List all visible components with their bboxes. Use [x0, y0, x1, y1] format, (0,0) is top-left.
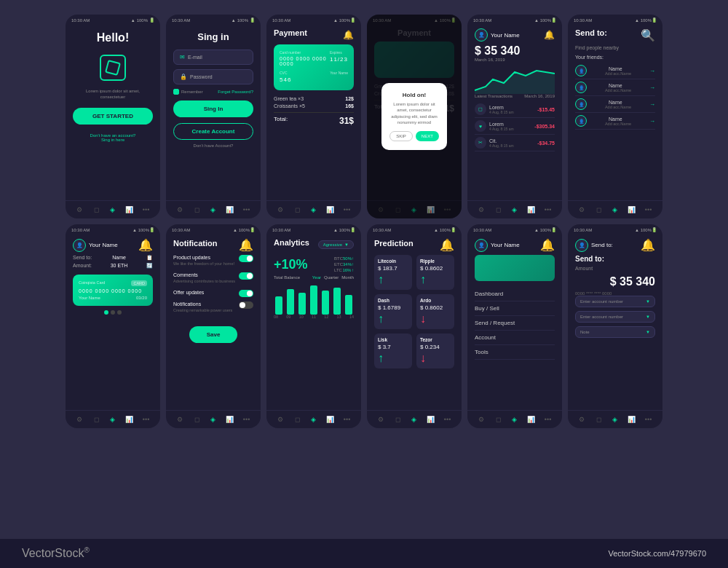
nav-gem-icon[interactable]: ◈ [108, 205, 118, 215]
nav-c10[interactable]: ◻ [392, 414, 403, 425]
nav-more-icon-2[interactable]: ••• [242, 205, 252, 215]
nav-s9[interactable]: ⚙ [275, 414, 285, 425]
nav-c5[interactable]: ◻ [493, 205, 503, 215]
create-account-button[interactable]: Create Account [173, 123, 253, 140]
nav-g8[interactable]: ◈ [208, 414, 218, 425]
tab-year[interactable]: Year [312, 275, 321, 280]
nav-s5[interactable]: ⚙ [476, 205, 486, 215]
nav-s8[interactable]: ⚙ [175, 414, 185, 425]
nav-ch7[interactable]: 📊 [124, 414, 135, 425]
signin-button[interactable]: Sing In [173, 100, 253, 117]
nav-m11[interactable]: ••• [543, 414, 553, 425]
nav-ch10[interactable]: 📊 [426, 414, 436, 425]
friend-2: 👤 Name Add acc.Name → [575, 79, 655, 96]
nav-settings-3[interactable]: ⚙ [275, 205, 285, 215]
nav-s11[interactable]: ⚙ [476, 414, 486, 425]
nav-c12[interactable]: ◻ [593, 414, 604, 425]
nav-ch5[interactable]: 📊 [526, 205, 537, 215]
account-input-2[interactable]: Enter account number ▼ [575, 311, 655, 323]
toggle-3[interactable] [239, 290, 253, 297]
nav-gem-icon-2[interactable]: ◈ [208, 205, 218, 215]
toggle-4[interactable] [239, 301, 253, 309]
nav-c6[interactable]: ◻ [593, 205, 604, 215]
phones-row-2: 10:30 AM ▲ 100%🔋 👤 Your Name 🔔 Send to: … [22, 224, 706, 428]
nav-ch9[interactable]: 📊 [325, 414, 336, 425]
nav-c9[interactable]: ◻ [292, 414, 302, 425]
nav-m9[interactable]: ••• [342, 414, 352, 425]
nav-m8[interactable]: ••• [242, 414, 252, 425]
chart-labels: Latest Transactions March 16, 2019 [475, 94, 555, 98]
account-input-1[interactable]: Enter account number ▼ [575, 296, 655, 307]
nav-s12[interactable]: ⚙ [577, 414, 587, 425]
next-button[interactable]: NEXT [416, 131, 439, 141]
nav-c8[interactable]: ◻ [191, 414, 202, 425]
skip-button[interactable]: SKIP [389, 131, 413, 141]
nav-settings-icon[interactable]: ⚙ [74, 205, 84, 215]
nav-s6[interactable]: ⚙ [577, 205, 587, 215]
nav-more-icon[interactable]: ••• [141, 205, 151, 215]
toggle-2[interactable] [239, 272, 253, 280]
nav-m7[interactable]: ••• [141, 414, 151, 425]
nav-card-icon[interactable]: ◻ [91, 205, 101, 215]
nav-bar-10: ⚙ ◻ ◈ 📊 ••• [367, 410, 462, 428]
email-field[interactable]: ✉ E-mail [173, 50, 253, 65]
nav-card-3[interactable]: ◻ [292, 205, 302, 215]
note-input[interactable]: Note ▼ [575, 326, 655, 338]
nav-chart-icon-2[interactable]: 📊 [225, 205, 235, 215]
nav-chart-3[interactable]: 📊 [325, 205, 336, 215]
menu-sendrequest[interactable]: Send / Request [475, 316, 555, 331]
nav-g6[interactable]: ◈ [610, 205, 620, 215]
wallet-card: Coinqista Card CARD 0000 0000 0000 0000 … [73, 275, 153, 306]
nav-s10[interactable]: ⚙ [376, 414, 386, 425]
svg-rect-2 [298, 293, 306, 315]
nav-g5[interactable]: ◈ [510, 205, 520, 215]
save-button[interactable]: Save [189, 326, 237, 343]
nav-card-icon-2[interactable]: ◻ [191, 205, 202, 215]
nav-c11[interactable]: ◻ [493, 414, 503, 425]
password-field[interactable]: 🔒 Password [173, 69, 253, 84]
forgot-link[interactable]: Forget Password? [218, 90, 253, 94]
arrow-4[interactable]: → [649, 118, 655, 125]
nav-more-3[interactable]: ••• [342, 205, 352, 215]
tab-month[interactable]: Month [341, 275, 354, 280]
nav-g10[interactable]: ◈ [409, 414, 419, 425]
nav-c7[interactable]: ◻ [91, 414, 101, 425]
tab-quarter[interactable]: Quarter [324, 275, 339, 280]
search-icon-sendto[interactable]: 🔍 [641, 28, 655, 42]
user-avatar: 👤 [475, 28, 488, 42]
menu-account[interactable]: Account [475, 331, 555, 345]
notif-item-4: Notifications Creating remarkable power … [173, 301, 253, 315]
menu-dashboard[interactable]: Dashboard [475, 287, 555, 301]
nav-ch12[interactable]: 📊 [627, 414, 637, 425]
menu-tools[interactable]: Tools [475, 345, 555, 360]
nav-m10[interactable]: ••• [443, 414, 453, 425]
bell-notif: 🔔 [239, 238, 253, 252]
nav-m12[interactable]: ••• [644, 414, 654, 425]
menu-buysell[interactable]: Buy / Sell [475, 301, 555, 316]
nav-m5[interactable]: ••• [543, 205, 553, 215]
remember-check[interactable]: Remember [173, 89, 203, 95]
payment-screen: Payment 🔔 Card number 0000 0000 0000 000… [266, 24, 361, 200]
nav-settings-icon-2[interactable]: ⚙ [175, 205, 185, 215]
arrow-3[interactable]: → [649, 101, 655, 108]
nav-m6[interactable]: ••• [644, 205, 654, 215]
phone-wallet: 10:30 AM ▲ 100%🔋 👤 Your Name 🔔 Send to: … [66, 224, 160, 428]
nav-ch11[interactable]: 📊 [526, 414, 537, 425]
nav-chart-icon[interactable]: 📊 [124, 205, 135, 215]
arrow-1[interactable]: → [649, 68, 655, 74]
nav-g11[interactable]: ◈ [510, 414, 520, 425]
nav-gem-3[interactable]: ◈ [309, 205, 319, 215]
get-started-button[interactable]: GET STARTED [73, 108, 153, 125]
nav-s7[interactable]: ⚙ [74, 414, 84, 425]
nav-g7[interactable]: ◈ [108, 414, 118, 425]
analytics-title: Analytics [274, 238, 309, 247]
checkbox [173, 89, 179, 95]
nav-ch6[interactable]: 📊 [627, 205, 637, 215]
arrow-2[interactable]: → [649, 84, 655, 91]
nav-g12[interactable]: ◈ [610, 414, 620, 425]
toggle-1[interactable] [239, 255, 253, 262]
nav-g9[interactable]: ◈ [309, 414, 319, 425]
order-item-1: Green tea ×3 12$ [274, 96, 354, 101]
nav-ch8[interactable]: 📊 [225, 414, 235, 425]
menu-username: Your Name [491, 242, 520, 248]
